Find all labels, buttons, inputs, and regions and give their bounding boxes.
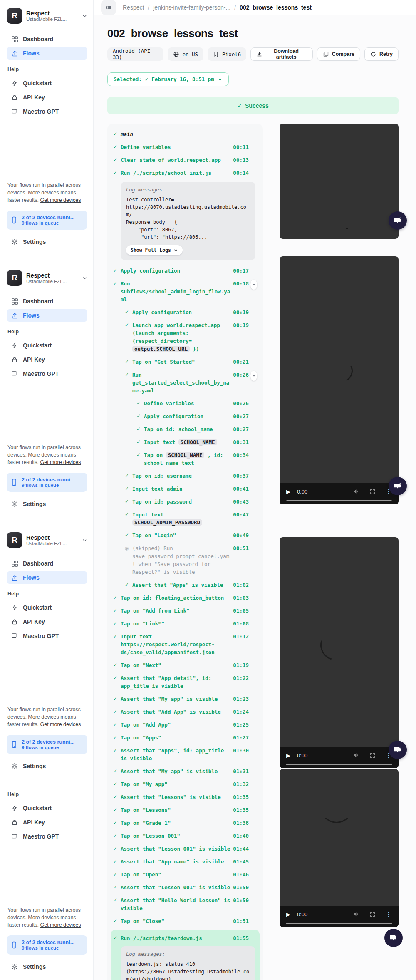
help-section-label: Help (7, 591, 87, 598)
sidebar-item-maestro-gpt[interactable]: Maestro GPT (7, 105, 87, 118)
sidebar-item-quickstart[interactable]: Quickstart (7, 339, 87, 352)
sidebar-item-dashboard[interactable]: Dashboard (7, 557, 87, 570)
brand-logo-letter: R (12, 536, 17, 545)
selected-run-dropdown[interactable]: Selected: ✓ February 16, 8:51 pm (107, 72, 229, 86)
video-progress-bar[interactable] (286, 764, 392, 766)
sidebar-item-settings[interactable]: Settings (7, 236, 87, 248)
collapse-step-button[interactable] (250, 280, 257, 290)
show-full-logs-button[interactable]: Show Full Logs (126, 245, 183, 255)
check-icon: ✓ (113, 917, 121, 925)
devices-status[interactable]: 2 of 2 devices runni... 9 flows in queue (7, 935, 87, 955)
check-icon: ✓ (113, 633, 121, 640)
fullscreen-icon[interactable] (369, 752, 376, 759)
sidebar-item-quickstart[interactable]: Quickstart (7, 77, 87, 90)
step-row: ✓Assert that "Apps" is visible01:02 (113, 581, 257, 589)
step-row: ✓Input text SCHOOL_ADMIN_PASSWORD00:47 (113, 511, 257, 526)
get-more-devices-link[interactable]: Get more devices (40, 197, 81, 203)
sidebar-item-quickstart[interactable]: Quickstart (7, 801, 87, 815)
fullscreen-icon[interactable] (369, 489, 376, 495)
phone-icon (10, 479, 18, 486)
screen-record-fab[interactable] (389, 741, 407, 759)
device-video[interactable] (280, 124, 399, 239)
devices-status[interactable]: 2 of 2 devices runni... 9 flows in queue (7, 211, 87, 230)
collapse-sidebar-button[interactable] (101, 0, 116, 15)
breadcrumb-separator: / (234, 4, 236, 11)
step-row: ✓Apply configuration00:17 (113, 267, 257, 275)
video-progress-bar[interactable] (286, 923, 392, 925)
play-button[interactable]: ▶ (286, 753, 290, 758)
sidebar-item-flows[interactable]: Flows (7, 571, 87, 584)
devices-status[interactable]: 2 of 2 devices runni... 9 flows in queue (7, 473, 87, 492)
collapse-step-button[interactable] (250, 371, 257, 381)
step-row: ✓main (113, 130, 257, 138)
sidebar-item-label: Settings (23, 763, 46, 769)
video-controls: ▶ 0:00 ⋮ (280, 483, 399, 504)
breadcrumb-item[interactable]: jenkins-invite-family-person-... (153, 4, 230, 11)
sidebar-item-label: Dashboard (23, 560, 53, 567)
sidebar-item-maestro-gpt[interactable]: Maestro GPT (7, 830, 87, 843)
sidebar-item-settings[interactable]: Settings (7, 960, 87, 973)
screen-record-fab[interactable] (389, 477, 407, 495)
highlighted-step: ✓Run /./scripts/teardown.js01:55Log mess… (111, 930, 260, 980)
check-icon: ✓ (113, 883, 121, 891)
check-icon: ✓ (136, 399, 144, 407)
code-chip: SCHOOL_NAME (166, 452, 205, 458)
screen-record-fab[interactable] (384, 929, 403, 947)
top-bar: Respect/jenkins-invite-family-person-...… (94, 0, 416, 15)
check-icon: ✓ (113, 280, 121, 288)
sidebar-item-flows[interactable]: Flows (7, 309, 87, 322)
step-label: Tap on "Add from Link" (121, 607, 231, 615)
device-video[interactable]: ▶ 0:00 ⋮ (280, 256, 399, 504)
fullscreen-icon[interactable] (369, 911, 376, 918)
sidebar-item-api-key[interactable]: API Key (7, 91, 87, 104)
get-more-devices-link[interactable]: Get more devices (40, 459, 81, 465)
sidebar-item-quickstart[interactable]: Quickstart (7, 601, 87, 614)
mute-icon[interactable] (353, 752, 359, 759)
get-more-devices-link[interactable]: Get more devices (40, 722, 81, 727)
screen-record-fab[interactable] (389, 211, 407, 230)
breadcrumb-item[interactable]: 002_browse_lessons_test (240, 4, 312, 11)
mute-icon[interactable] (353, 488, 359, 495)
sidebar-item-maestro-gpt[interactable]: Maestro GPT (7, 367, 87, 380)
sidebar-item-api-key[interactable]: API Key (7, 816, 87, 829)
sidebar-item-flows[interactable]: Flows (7, 47, 87, 60)
sidebar-item-api-key[interactable]: API Key (7, 353, 87, 366)
log-line: https://8070.ustadtesting.ustadmobile.co… (126, 203, 250, 218)
step-row: ✓Input text https://respect.world/respec… (113, 633, 257, 656)
download-artifacts-button[interactable]: Download artifacts (250, 47, 313, 61)
sidebar-item-settings[interactable]: Settings (7, 760, 87, 772)
step-label: Input text https://respect.world/respect… (121, 633, 231, 656)
kebab-menu-icon[interactable]: ⋮ (386, 911, 392, 918)
video-progress-bar[interactable] (286, 500, 392, 502)
check-icon: ✓ (113, 169, 121, 177)
mute-icon[interactable] (353, 911, 359, 918)
sidebar-item-settings[interactable]: Settings (7, 498, 87, 510)
step-label: Assert that "App name" is visible (121, 858, 231, 866)
brand-logo: R (7, 532, 22, 548)
workspace-switcher[interactable]: R Respect UstadMobile FZL... (7, 529, 87, 551)
sidebar-item-dashboard[interactable]: Dashboard (7, 295, 87, 308)
step-time: 01:45 (231, 858, 249, 866)
workspace-switcher[interactable]: R Respect UstadMobile FZL... (7, 267, 87, 289)
play-button[interactable]: ▶ (286, 912, 290, 917)
step-time: 01:55 (231, 934, 249, 942)
sidebar-item-label: Maestro GPT (23, 108, 59, 115)
sidebar-item-api-key[interactable]: API Key (7, 615, 87, 628)
device-video[interactable]: ▶ 0:00 ⋮ (280, 537, 399, 768)
get-more-devices-link[interactable]: Get more devices (40, 922, 81, 928)
devices-status[interactable]: 2 of 2 devices runni... 9 flows in queue (7, 735, 87, 754)
play-button[interactable]: ▶ (286, 489, 290, 494)
breadcrumb-item[interactable]: Respect (123, 4, 144, 11)
sidebar-item-maestro-gpt[interactable]: Maestro GPT (7, 629, 87, 643)
step-label: Tap on id: password (132, 498, 231, 506)
video-current-time: 0:00 (297, 911, 307, 918)
device-video[interactable]: ▶ 0:00 ⋮ (280, 769, 399, 927)
step-row: ✓Run /./scripts/teardown.js01:55 (113, 934, 257, 942)
retry-button[interactable]: Retry (364, 47, 399, 61)
sidebar-item-dashboard[interactable]: Dashboard (7, 32, 87, 46)
compare-button[interactable]: Compare (317, 47, 360, 61)
step-time: 00:11 (231, 143, 249, 151)
workspace-switcher[interactable]: R Respect UstadMobile FZL... (7, 5, 87, 27)
step-row: ✓Tap on "Link*"01:08 (113, 620, 257, 628)
step-row: ✓Assert that "Hello World Lesson" is vis… (113, 896, 257, 912)
